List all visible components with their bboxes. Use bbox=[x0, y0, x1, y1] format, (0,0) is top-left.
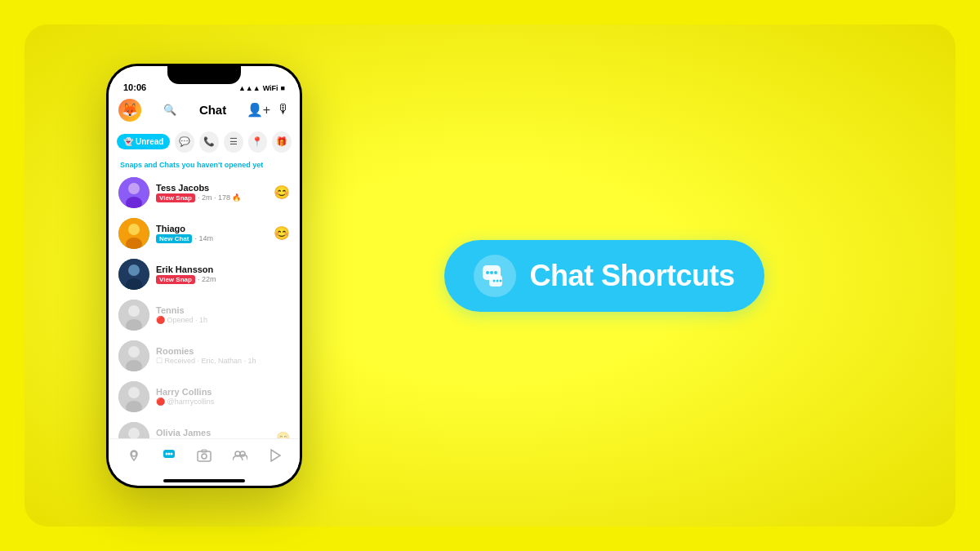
chat-info: Tess Jacobs View Snap · 2m · 178 🔥 bbox=[156, 183, 267, 202]
chat-meta: 🔴 @harrrycollins bbox=[156, 398, 214, 406]
home-indicator bbox=[163, 479, 245, 482]
avatar bbox=[118, 381, 149, 412]
unread-icon: 👻 bbox=[123, 137, 133, 146]
unread-label: Unread bbox=[136, 137, 163, 146]
chat-meta: · 22m bbox=[198, 275, 216, 283]
svg-marker-34 bbox=[271, 450, 280, 461]
chat-info: Harry Collins 🔴 @harrrycollins bbox=[156, 387, 290, 406]
avatar bbox=[118, 300, 149, 331]
chat-name: Tennis bbox=[156, 305, 290, 315]
status-icons: ▲▲▲ WiFi ■ bbox=[238, 84, 285, 92]
search-icon[interactable]: 🔍 bbox=[161, 101, 179, 119]
shortcuts-icon bbox=[474, 255, 516, 297]
chat-info: Tennis 🔴 Opened · 1h bbox=[156, 305, 290, 324]
chat-info: Roomies ☐ Received · Eric, Nathan · 1h bbox=[156, 346, 290, 365]
filter-list-icon[interactable]: ☰ bbox=[224, 131, 243, 153]
wifi-icon: WiFi bbox=[263, 84, 278, 92]
chat-list: Tess Jacobs View Snap · 2m · 178 🔥 😊 bbox=[109, 172, 300, 438]
page-title: Chat bbox=[199, 103, 226, 117]
settings-icon[interactable]: 🎙 bbox=[277, 102, 290, 118]
avatar bbox=[118, 218, 149, 249]
chat-header: 🦊 🔍 Chat 👤+ 🎙 bbox=[109, 96, 300, 128]
svg-point-27 bbox=[167, 453, 170, 455]
chat-emoji: 😊 bbox=[276, 431, 290, 438]
chat-sub: View Snap · 2m · 178 🔥 bbox=[156, 193, 267, 202]
chat-info: Olivia James ☐ Delivered bbox=[156, 428, 270, 438]
bottom-nav bbox=[109, 438, 300, 479]
signal-icon: ▲▲▲ bbox=[238, 84, 261, 92]
filter-chat-icon[interactable]: 💬 bbox=[175, 131, 194, 153]
svg-point-26 bbox=[165, 453, 167, 455]
list-item[interactable]: Olivia James ☐ Delivered 😊 bbox=[109, 417, 300, 438]
list-item[interactable]: Erik Hansson View Snap · 22m bbox=[109, 254, 300, 295]
nav-camera[interactable] bbox=[197, 449, 212, 462]
svg-point-7 bbox=[128, 264, 140, 276]
svg-point-33 bbox=[240, 451, 245, 456]
avatar bbox=[118, 177, 149, 208]
chat-meta: 🔴 Opened · 1h bbox=[156, 316, 207, 324]
chat-sub: New Chat · 14m bbox=[156, 234, 267, 243]
main-container: 10:06 ▲▲▲ WiFi ■ 🦊 🔍 Chat 👤+ 🎙 bbox=[24, 24, 956, 527]
nav-chat[interactable] bbox=[163, 449, 176, 462]
svg-point-1 bbox=[128, 183, 140, 194]
chat-name: Tess Jacobs bbox=[156, 183, 267, 193]
svg-point-10 bbox=[128, 305, 140, 317]
list-item[interactable]: Tennis 🔴 Opened · 1h bbox=[109, 295, 300, 335]
filter-bar: 👻 Unread 💬 📞 ☰ 📍 🎁 bbox=[109, 128, 300, 158]
avatar[interactable]: 🦊 bbox=[118, 99, 141, 122]
chat-sub: ☐ Received · Eric, Nathan · 1h bbox=[156, 357, 290, 365]
chat-sub: View Snap · 22m bbox=[156, 275, 290, 284]
avatar bbox=[118, 422, 149, 438]
phone-notch bbox=[167, 66, 241, 84]
avatar bbox=[118, 340, 149, 371]
svg-point-36 bbox=[486, 271, 489, 274]
chat-name: Olivia James bbox=[156, 428, 270, 438]
svg-point-28 bbox=[170, 453, 172, 455]
chat-meta: · 2m · 178 🔥 bbox=[198, 193, 242, 202]
filter-gift-icon[interactable]: 🎁 bbox=[272, 131, 292, 153]
chat-emoji: 😊 bbox=[274, 184, 290, 200]
chat-name: Erik Hansson bbox=[156, 264, 290, 274]
chat-emoji: 😊 bbox=[274, 225, 290, 241]
chat-meta: · 14m bbox=[194, 234, 213, 242]
chat-sub: 🔴 @harrrycollins bbox=[156, 398, 290, 406]
svg-point-13 bbox=[128, 346, 140, 358]
new-chat-badge: New Chat bbox=[156, 234, 192, 243]
chat-sub: 🔴 Opened · 1h bbox=[156, 316, 290, 324]
header-actions: 👤+ 🎙 bbox=[247, 102, 290, 118]
svg-point-37 bbox=[490, 271, 493, 274]
svg-point-30 bbox=[202, 454, 207, 459]
snap-badge: View Snap bbox=[156, 193, 195, 202]
filter-unread[interactable]: 👻 Unread bbox=[117, 134, 170, 149]
chat-name: Thiago bbox=[156, 224, 267, 233]
snap-badge: View Snap bbox=[156, 275, 195, 284]
phone-mockup: 10:06 ▲▲▲ WiFi ■ 🦊 🔍 Chat 👤+ 🎙 bbox=[106, 64, 302, 488]
shortcuts-label: Chat Shortcuts bbox=[529, 259, 734, 293]
status-time: 10:06 bbox=[123, 82, 146, 92]
list-item[interactable]: Tess Jacobs View Snap · 2m · 178 🔥 😊 bbox=[109, 172, 300, 213]
nav-play[interactable] bbox=[270, 449, 281, 462]
filter-phone-icon[interactable]: 📞 bbox=[199, 131, 219, 153]
svg-rect-29 bbox=[198, 451, 211, 461]
section-label: Snaps and Chats you haven't opened yet bbox=[109, 158, 300, 172]
svg-point-24 bbox=[131, 451, 136, 456]
svg-point-38 bbox=[494, 271, 497, 274]
add-friend-icon[interactable]: 👤+ bbox=[247, 102, 270, 118]
list-item[interactable]: Thiago New Chat · 14m 😊 bbox=[109, 213, 300, 254]
battery-icon: ■ bbox=[281, 84, 285, 92]
svg-point-42 bbox=[500, 279, 502, 282]
svg-point-16 bbox=[128, 387, 140, 398]
svg-point-40 bbox=[493, 279, 496, 282]
chat-name: Roomies bbox=[156, 346, 290, 356]
right-section: Chat Shortcuts bbox=[302, 240, 906, 312]
chat-info: Thiago New Chat · 14m bbox=[156, 224, 267, 243]
filter-location-icon[interactable]: 📍 bbox=[248, 131, 268, 153]
list-item[interactable]: Roomies ☐ Received · Eric, Nathan · 1h bbox=[109, 335, 300, 376]
chat-shortcuts-button[interactable]: Chat Shortcuts bbox=[444, 240, 764, 312]
nav-map[interactable] bbox=[127, 449, 140, 462]
chat-meta: ☐ Received · Eric, Nathan · 1h bbox=[156, 357, 256, 365]
chat-name: Harry Collins bbox=[156, 387, 290, 397]
avatar bbox=[118, 259, 149, 290]
nav-friends[interactable] bbox=[233, 450, 247, 461]
list-item[interactable]: Harry Collins 🔴 @harrrycollins bbox=[109, 376, 300, 417]
